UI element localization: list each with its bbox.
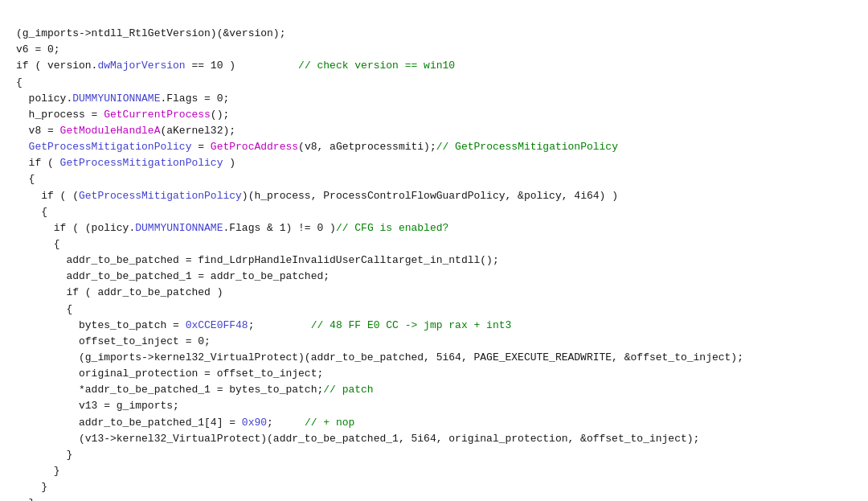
code-segment: (g_imports->kernel32_VirtualProtect)(add… (16, 351, 743, 363)
code-line: addr_to_be_patched_1 = addr_to_be_patche… (16, 269, 852, 285)
code-line: } (16, 463, 852, 479)
code-line: h_process = GetCurrentProcess(); (16, 107, 852, 123)
code-segment: .Flags = 0; (160, 92, 229, 105)
code-segment: if ( ( (16, 190, 79, 202)
code-viewer: (g_imports->ntdll_RtlGetVersion)(&versio… (0, 0, 868, 501)
code-segment: (v8, aGetprocessmiti); (298, 141, 436, 153)
code-line: v8 = GetModuleHandleA(aKernel32); (16, 123, 852, 139)
code-segment: addr_to_be_patched = find_LdrpHandleInva… (16, 254, 499, 266)
code-line: if ( (policy.DUMMYUNIONNAME.Flags & 1) !… (16, 220, 852, 236)
code-segment: *addr_to_be_patched_1 = bytes_to_patch; (16, 384, 323, 396)
code-line: } (16, 447, 852, 463)
code-segment: ; (248, 319, 311, 331)
code-line: offset_to_inject = 0; (16, 334, 852, 350)
code-segment: // CFG is enabled? (336, 222, 448, 234)
code-line: { (16, 236, 852, 253)
code-line: *addr_to_be_patched_1 = bytes_to_patch;/… (16, 382, 852, 398)
code-line: original_protection = offset_to_inject; (16, 366, 852, 382)
code-line: bytes_to_patch = 0xCCE0FF48; // 48 FF E0… (16, 318, 852, 334)
code-segment: } (16, 465, 60, 477)
code-segment: if ( addr_to_be_patched ) (16, 286, 223, 298)
code-segment: GetProcessMitigationPolicy (60, 157, 223, 169)
code-line: if ( addr_to_be_patched ) (16, 285, 852, 301)
code-segment: addr_to_be_patched_1 = addr_to_be_patche… (16, 270, 330, 282)
code-segment: // patch (323, 384, 373, 396)
code-segment: (g_imports->ntdll_RtlGetVersion)(&versio… (16, 27, 285, 39)
code-segment: GetProcAddress (211, 141, 298, 153)
code-segment (16, 141, 29, 153)
code-line: if ( (GetProcessMitigationPolicy)(h_proc… (16, 188, 852, 204)
code-segment: (aKernel32); (160, 125, 235, 137)
code-line: if ( GetProcessMitigationPolicy ) (16, 155, 852, 171)
code-segment: ; (267, 417, 305, 429)
code-line: { (16, 204, 852, 220)
code-segment: original_protection = offset_to_inject; (16, 368, 323, 380)
code-line: (g_imports->ntdll_RtlGetVersion)(&versio… (16, 26, 852, 42)
code-segment: } (16, 481, 47, 493)
code-line: v6 = 0; (16, 42, 852, 58)
code-segment: offset_to_inject = 0; (16, 335, 211, 347)
code-segment: if ( version. (16, 60, 97, 72)
code-line: if ( version.dwMajorVersion == 10 ) // c… (16, 58, 852, 74)
code-segment: = (191, 141, 210, 153)
code-segment: 0x90 (242, 417, 267, 429)
code-segment: 0xCCE0FF48 (186, 319, 248, 331)
code-segment: GetModuleHandleA (60, 125, 161, 137)
code-line: (v13->kernel32_VirtualProtect)(addr_to_b… (16, 431, 852, 447)
code-segment: addr_to_be_patched_1[4] = (16, 417, 242, 429)
code-segment: } (16, 449, 72, 461)
code-segment: v13 = g_imports; (16, 400, 179, 412)
code-line: } (16, 495, 852, 501)
code-line: { (16, 75, 852, 91)
code-line: { (16, 171, 852, 187)
code-segment: } (16, 497, 35, 501)
code-segment: DUMMYUNIONNAME (135, 222, 223, 234)
code-line: addr_to_be_patched = find_LdrpHandleInva… (16, 253, 852, 269)
code-segment: { (16, 76, 23, 88)
code-segment: if ( (policy. (16, 222, 135, 234)
code-segment: (); (211, 109, 229, 121)
code-segment: GetProcessMitigationPolicy (29, 141, 192, 153)
code-line: addr_to_be_patched_1[4] = 0x90; // + nop (16, 415, 852, 431)
code-segment: v8 = (16, 125, 60, 137)
code-segment: policy. (16, 92, 72, 105)
code-segment: GetProcessMitigationPolicy (79, 190, 242, 202)
code-segment: { (16, 206, 47, 218)
code-segment: ) (223, 157, 235, 169)
code-segment: if ( (16, 157, 60, 169)
code-segment: // 48 FF E0 CC -> jmp rax + int3 (311, 319, 512, 331)
code-segment: )(h_process, ProcessControlFlowGuardPoli… (242, 190, 618, 202)
code-segment: { (16, 303, 72, 315)
code-segment: v6 = 0; (16, 43, 60, 55)
code-segment: .Flags & 1) != 0 ) (223, 222, 335, 234)
code-segment: // + nop (305, 417, 354, 429)
code-segment: // check version == win10 (298, 60, 455, 72)
code-segment: // GetProcessMitigationPolicy (436, 141, 618, 153)
code-segment: == 10 ) (186, 60, 298, 72)
code-line: v13 = g_imports; (16, 398, 852, 414)
code-segment: DUMMYUNIONNAME (72, 92, 160, 105)
code-line: GetProcessMitigationPolicy = GetProcAddr… (16, 139, 852, 155)
code-segment: (v13->kernel32_VirtualProtect)(addr_to_b… (16, 433, 699, 445)
code-segment: GetCurrentProcess (104, 109, 211, 121)
code-segment: h_process = (16, 109, 104, 121)
code-line: (g_imports->kernel32_VirtualProtect)(add… (16, 350, 852, 366)
code-line: { (16, 302, 852, 318)
code-segment: { (16, 238, 60, 250)
code-segment: bytes_to_patch = (16, 319, 186, 331)
code-segment: dwMajorVersion (97, 60, 185, 72)
code-line: policy.DUMMYUNIONNAME.Flags = 0; (16, 91, 852, 107)
code-segment: { (16, 173, 35, 185)
code-line: } (16, 479, 852, 495)
